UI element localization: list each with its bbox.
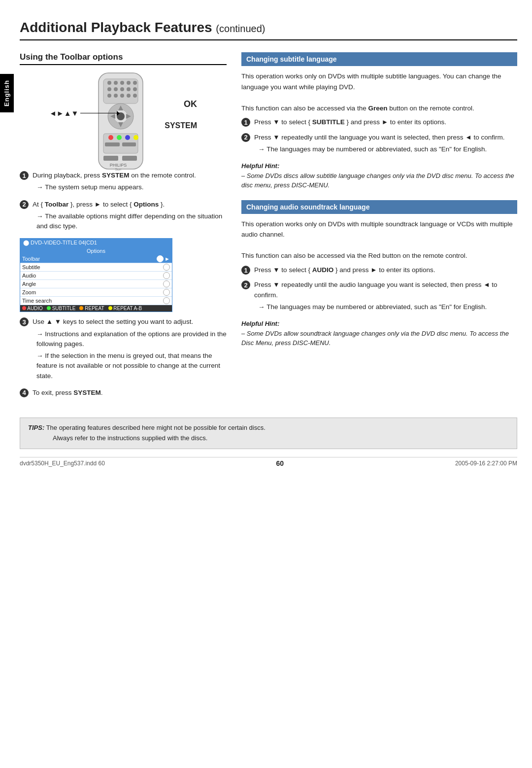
svg-point-10 [127, 87, 131, 91]
svg-point-26 [117, 135, 122, 140]
options-dot-audio [163, 272, 170, 279]
svg-point-8 [114, 87, 118, 91]
step-number-2: 2 [20, 200, 29, 209]
page-footer: dvdr5350H_EU_Eng537.indd 60 60 2005-09-1… [20, 457, 517, 469]
subtitle-step-num-2: 2 [241, 133, 250, 142]
svg-point-9 [120, 87, 124, 91]
options-label-timesearch: Time search [22, 298, 161, 304]
options-table: ⬤ DVD-VIDEO-TITLE 04|CD1 Options Toolbar… [20, 238, 172, 312]
svg-point-4 [120, 81, 124, 85]
step-2-text: At { Toolbar }, press ► to select { Opti… [33, 200, 227, 234]
subtitle-hint-title: Helpful Hint: [241, 162, 279, 170]
subtitle-section-heading: Changing subtitle language [241, 52, 517, 66]
page-number: 60 [276, 459, 284, 467]
svg-point-13 [114, 94, 118, 98]
svg-point-28 [133, 135, 138, 140]
options-row-subtitle: Subtitle [20, 263, 172, 272]
subtitle-step-2-text: Press ▼ repeatedly until the language yo… [254, 133, 505, 157]
step-3-text: Use ▲ ▼ keys to select the setting you w… [33, 317, 227, 383]
step-1: 1 During playback, press SYSTEM on the r… [20, 171, 227, 195]
ok-label: OK [184, 99, 197, 109]
tips-text-1: The operating features described here mi… [46, 424, 266, 431]
svg-point-11 [133, 87, 137, 91]
subtitle-step-2-substep: The languages may be numbered or abbrevi… [254, 144, 505, 154]
remote-control-svg: PHILIPS Surr [89, 72, 153, 171]
svg-point-25 [108, 135, 113, 140]
step-number-1: 1 [20, 171, 29, 180]
left-column: Using the Toolbar options [20, 52, 227, 403]
svg-point-2 [107, 81, 111, 85]
options-row-timesearch: Time search [20, 297, 172, 305]
subtitle-hint-text: – Some DVDs discs allow subtitle languag… [241, 172, 514, 189]
options-label-toolbar: Toolbar [22, 256, 155, 262]
svg-point-27 [125, 135, 130, 140]
tips-label: TIPS: [28, 424, 44, 431]
subtitle-step-1: 1 Press ▼ to select { SUBTITLE } and pre… [241, 117, 517, 127]
tips-text-2: Always refer to the instructions supplie… [28, 434, 207, 442]
options-dot-zoom [163, 289, 170, 296]
options-row-zoom: Zoom [20, 288, 172, 297]
svg-rect-29 [105, 142, 120, 146]
svg-point-16 [133, 94, 137, 98]
audio-intro: This operation works only on DVDs with m… [241, 219, 517, 261]
subtitle-step-1-text: Press ▼ to select { SUBTITLE } and press… [254, 117, 446, 127]
svg-rect-31 [103, 156, 118, 161]
audio-step-num-2: 2 [241, 280, 250, 289]
tips-bar: TIPS: The operating features described h… [20, 418, 517, 449]
left-section-heading: Using the Toolbar options [20, 52, 227, 65]
subtitle-step-num-1: 1 [241, 118, 250, 127]
step-4-text: To exit, press SYSTEM. [33, 388, 103, 398]
step-2: 2 At { Toolbar }, press ► to select { Op… [20, 200, 227, 234]
options-label-subtitle: Subtitle [22, 264, 161, 270]
subtitle-section: Changing subtitle language This operatio… [241, 52, 517, 190]
audio-section-heading: Changing audio soundtrack language [241, 200, 517, 214]
options-label-angle: Angle [22, 281, 161, 287]
audio-step-2-text: Press ▼ repeatedly until the audio langu… [254, 280, 517, 314]
audio-helpful-hint: Helpful Hint: – Some DVDs allow soundtra… [241, 319, 517, 348]
svg-point-7 [107, 87, 111, 91]
svg-point-6 [133, 81, 137, 85]
options-dot-timesearch [163, 297, 170, 304]
right-column: Changing subtitle language This operatio… [241, 52, 517, 403]
audio-section: Changing audio soundtrack language This … [241, 200, 517, 348]
title-continued: (continued) [216, 23, 265, 34]
step-number-4: 4 [20, 388, 29, 397]
language-tab: English [0, 74, 14, 112]
remote-control-diagram: PHILIPS Surr ◄►▲▼ OK SYSTEM [49, 72, 197, 171]
step-3: 3 Use ▲ ▼ keys to select the setting you… [20, 317, 227, 383]
subtitle-intro: This operation works only on DVDs with m… [241, 71, 517, 113]
audio-step-1: 1 Press ▼ to select { AUDIO } and press … [241, 265, 517, 275]
options-label-audio: Audio [22, 273, 161, 279]
options-disc-title: ⬤ DVD-VIDEO-TITLE 04|CD1 [20, 239, 172, 247]
step-number-3: 3 [20, 317, 29, 326]
footer-date: 2005-09-16 2:27:00 PM [455, 460, 517, 467]
footer-filename: dvdr5350H_EU_Eng537.indd 60 [20, 460, 105, 467]
green-button-label: Green [368, 105, 387, 112]
svg-point-12 [107, 94, 111, 98]
svg-rect-30 [122, 142, 136, 146]
audio-step-2-substep: The languages may be numbered or abbrevi… [254, 302, 517, 312]
audio-hint-text: – Some DVDs allow soundtrack language ch… [241, 330, 509, 347]
subtitle-helpful-hint: Helpful Hint: – Some DVDs discs allow su… [241, 161, 517, 190]
options-title-bar: Options [20, 247, 172, 255]
footer-audio: AUDIO [22, 306, 43, 311]
step-4: 4 To exit, press SYSTEM. [20, 388, 227, 398]
svg-text:PHILIPS: PHILIPS [110, 163, 127, 168]
step-3-substep-2: If the selection in the menu is greyed o… [33, 351, 227, 381]
arrows-indicator: ◄►▲▼ [49, 109, 120, 117]
step-1-substep: The system setup menu appears. [33, 182, 196, 192]
system-label: SYSTEM [165, 121, 197, 130]
audio-step-num-1: 1 [241, 266, 250, 275]
audio-step-1-text: Press ▼ to select { AUDIO } and press ► … [254, 265, 435, 275]
svg-point-15 [127, 94, 131, 98]
audio-step-2: 2 Press ▼ repeatedly until the audio lan… [241, 280, 517, 314]
svg-point-5 [127, 81, 131, 85]
options-row-audio: Audio [20, 272, 172, 280]
step-1-text: During playback, press SYSTEM on the rem… [33, 171, 196, 195]
title-main: Additional Playback Features [20, 20, 212, 35]
options-row-angle: Angle [20, 280, 172, 288]
svg-point-14 [120, 94, 124, 98]
svg-rect-32 [122, 156, 137, 161]
step-3-substep-1: Instructions and explanation of the opti… [33, 329, 227, 349]
footer-subtitle: SUBTITLE [47, 306, 76, 311]
